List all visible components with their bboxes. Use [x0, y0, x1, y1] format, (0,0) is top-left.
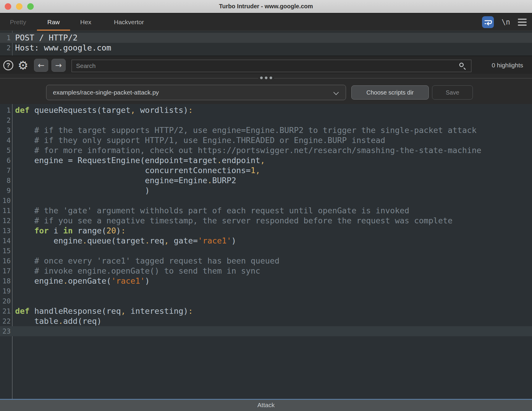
code-line[interactable]: 18 engine.openGate('race1') [0, 276, 532, 286]
line-number: 1 [0, 33, 11, 43]
search-icon[interactable] [459, 63, 466, 70]
line-number: 23 [0, 326, 11, 336]
code-line[interactable]: 14 engine.queue(target.req, gate='race1'… [0, 236, 532, 246]
code-line[interactable]: 1POST / HTTP/2 [0, 33, 532, 43]
line-number: 20 [0, 296, 11, 306]
line-number: 12 [0, 216, 11, 226]
code-line[interactable]: 17 # invoke engine.openGate() to send th… [0, 266, 532, 276]
attack-button[interactable]: Attack [0, 399, 532, 411]
code-line[interactable]: 19 [0, 286, 532, 296]
line-number: 6 [0, 155, 11, 165]
line-number: 5 [0, 145, 11, 155]
line-number: 2 [0, 115, 11, 125]
line-number: 4 [0, 135, 11, 145]
code-line[interactable]: 10 [0, 196, 532, 206]
script-select-value: examples/race-single-packet-attack.py [53, 89, 159, 96]
help-button[interactable]: ? [3, 60, 13, 70]
code-line[interactable]: 7 concurrentConnections=1, [0, 165, 532, 176]
code-line[interactable]: 16 # once every 'race1' tagged request h… [0, 256, 532, 266]
save-button[interactable]: Save [432, 85, 473, 100]
close-window-button[interactable] [5, 3, 11, 10]
word-wrap-toggle-button[interactable] [482, 16, 494, 28]
line-number: 2 [0, 43, 11, 53]
line-number: 10 [0, 196, 11, 206]
line-number: 18 [0, 276, 11, 286]
line-number: 9 [0, 186, 11, 196]
chevron-down-icon [333, 90, 339, 95]
newline-toggle-button[interactable]: \n [502, 18, 510, 26]
splitter-handle[interactable] [258, 77, 274, 79]
code-line[interactable]: 22 table.add(req) [0, 316, 532, 326]
code-line[interactable]: 3 # if the target supports HTTP/2, use e… [0, 125, 532, 135]
code-line[interactable]: 12 # if you see a negative timestamp, th… [0, 216, 532, 226]
tab-pretty[interactable]: Pretty [7, 14, 29, 31]
next-match-button[interactable]: → [51, 59, 66, 72]
code-editor-lines: 1def queueRequests(target, wordlists):23… [0, 105, 532, 336]
line-number: 21 [0, 306, 11, 316]
code-line[interactable]: 6 engine = RequestEngine(endpoint=target… [0, 155, 532, 165]
arrow-right-icon: → [55, 61, 62, 70]
script-panel: examples/race-single-packet-attack.py Ch… [0, 74, 532, 104]
menu-button[interactable] [518, 19, 527, 26]
tab-raw[interactable]: Raw [37, 14, 70, 31]
code-line[interactable]: 1def queueRequests(target, wordlists): [0, 105, 532, 115]
code-line[interactable]: 2 [0, 115, 532, 125]
line-number: 11 [0, 206, 11, 216]
code-line[interactable]: 13 for i in range(20): [0, 226, 532, 236]
line-number: 22 [0, 316, 11, 326]
request-editor-lines: 1POST / HTTP/22Host: www.google.com [0, 33, 532, 53]
question-icon: ? [6, 61, 10, 69]
code-line[interactable]: 5 # for more information, check out http… [0, 145, 532, 155]
code-line[interactable]: 21def handleResponse(req, interesting): [0, 306, 532, 316]
search-toolbar: ? ⚙ ← → 0 highlights [0, 57, 532, 74]
hamburger-icon [518, 19, 527, 20]
code-line[interactable]: 2Host: www.google.com [0, 43, 532, 53]
line-number: 7 [0, 165, 11, 176]
minimize-window-button[interactable] [16, 3, 22, 10]
code-line[interactable]: 15 [0, 246, 532, 256]
code-line[interactable]: 23 [0, 326, 532, 336]
code-line[interactable]: 8 engine=Engine.BURP2 [0, 176, 532, 186]
code-editor[interactable]: 1def queueRequests(target, wordlists):23… [0, 104, 532, 399]
line-number: 19 [0, 286, 11, 296]
line-number: 3 [0, 125, 11, 135]
code-line[interactable]: 4 # if they only support HTTP/1, use Eng… [0, 135, 532, 145]
window-titlebar: Turbo Intruder - www.google.com [0, 0, 532, 13]
line-number: 8 [0, 176, 11, 186]
search-input[interactable] [72, 60, 471, 72]
code-line[interactable]: 9 ) [0, 186, 532, 196]
arrow-left-icon: ← [38, 61, 45, 70]
code-line[interactable]: 20 [0, 296, 532, 306]
turbo-intruder-window: Turbo Intruder - www.google.com Pretty R… [0, 0, 532, 411]
line-number: 17 [0, 266, 11, 276]
window-title: Turbo Intruder - www.google.com [219, 3, 313, 10]
gear-icon: ⚙ [18, 59, 28, 72]
code-line[interactable]: 11 # the 'gate' argument withholds part … [0, 206, 532, 216]
line-number: 1 [0, 105, 11, 115]
request-editor[interactable]: 1POST / HTTP/22Host: www.google.com [0, 31, 532, 56]
script-select[interactable]: examples/race-single-packet-attack.py [46, 85, 346, 100]
line-number: 16 [0, 256, 11, 266]
tab-hex[interactable]: Hex [75, 14, 97, 31]
settings-button[interactable]: ⚙ [17, 58, 30, 73]
word-wrap-icon [484, 18, 492, 26]
request-view-tabbar: Pretty Raw Hex Hackvertor \n [0, 13, 532, 31]
line-number: 14 [0, 236, 11, 246]
line-number: 15 [0, 246, 11, 256]
choose-scripts-dir-button[interactable]: Choose scripts dir [351, 85, 429, 100]
tab-hackvertor[interactable]: Hackvertor [106, 14, 151, 31]
line-number: 13 [0, 226, 11, 236]
previous-match-button[interactable]: ← [34, 59, 48, 72]
zoom-window-button[interactable] [27, 3, 34, 10]
highlights-count: 0 highlights [492, 57, 523, 74]
